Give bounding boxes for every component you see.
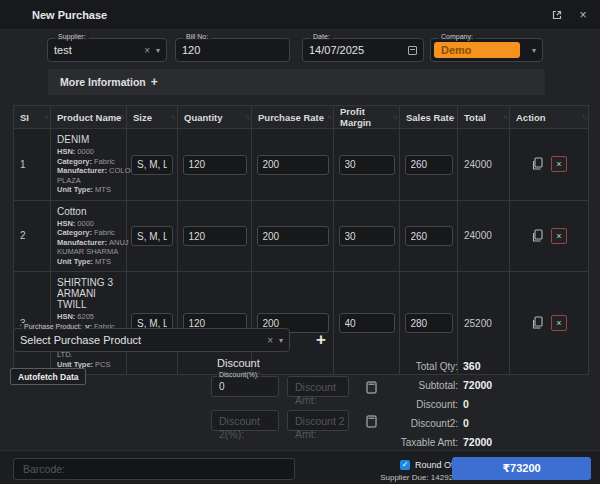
col-header-sales-rate[interactable]: Sales Rate↑↓ <box>400 106 458 129</box>
product-name: Cotton <box>57 206 122 217</box>
sort-icon: ↑↓ <box>451 114 455 120</box>
company-select[interactable]: Company: Demo ▾ <box>430 38 543 62</box>
col-header-si[interactable]: SI↑↓ <box>14 106 51 129</box>
bill-no-value: 120 <box>182 44 200 56</box>
close-icon[interactable]: × <box>576 8 590 22</box>
copy-icon[interactable] <box>531 157 544 171</box>
supplier-value: test <box>54 44 72 56</box>
size-input[interactable] <box>131 226 173 246</box>
row-total: 24000 <box>458 129 510 201</box>
product-hsn: HSN:0000 <box>57 147 122 157</box>
supplier-label: Supplier: <box>55 33 89 40</box>
product-hsn: HSN:6205 <box>57 312 122 322</box>
calendar-icon[interactable] <box>408 46 417 55</box>
delete-row-button[interactable]: × <box>551 315 567 331</box>
product-manufacturer: Manufacturer:ANUJ KUMAR SHARMA <box>57 238 122 257</box>
table-row: 1 DENIM HSN:0000 Category:Fabric Manufac… <box>14 129 589 201</box>
product-name: DENIM <box>57 134 122 145</box>
more-information-toggle[interactable]: More Information + <box>48 69 545 95</box>
discount-heading: Discount <box>217 357 260 369</box>
sort-icon: ↑↓ <box>171 114 175 120</box>
supplier-due-text: Supplier Due: 1429200 <box>376 473 462 482</box>
delete-row-button[interactable]: × <box>551 156 567 172</box>
calculator-icon[interactable] <box>366 380 378 394</box>
supplier-select[interactable]: Supplier: test × ▾ <box>47 38 167 62</box>
discount-amt-placeholder: Discount Amt: <box>295 381 353 407</box>
sort-icon: ↑↓ <box>503 114 507 120</box>
profit-margin-input[interactable] <box>339 313 395 333</box>
supplier-caret-icon[interactable]: ▾ <box>153 46 160 55</box>
purchase-product-clear-icon[interactable]: × <box>264 335 276 346</box>
purchase-product-label: Purchase Product: <box>21 323 85 330</box>
col-header-quantity[interactable]: Quantity↑↓ <box>178 106 252 129</box>
summary-total-qty: Total Qty:360 <box>380 360 505 372</box>
company-caret-icon[interactable]: ▾ <box>529 46 536 55</box>
col-header-total[interactable]: Total↑↓ <box>458 106 510 129</box>
add-product-button[interactable]: + <box>310 330 332 350</box>
purchase-rate-input[interactable] <box>257 226 329 246</box>
quantity-input[interactable] <box>183 226 247 246</box>
round-off-toggle[interactable]: ✓ Round Off <box>400 460 456 470</box>
size-input[interactable] <box>131 155 173 175</box>
sales-rate-input[interactable] <box>405 155 453 175</box>
col-header-action[interactable]: Action↑↓ <box>510 106 589 129</box>
discount2-pct-input[interactable]: Discount 2(%): <box>211 410 279 431</box>
col-header-purchase-rate[interactable]: Purchase Rate↑↓ <box>252 106 334 129</box>
product-info: DENIM HSN:0000 Category:Fabric Manufactu… <box>51 129 127 201</box>
date-label: Date: <box>310 33 333 40</box>
delete-row-button[interactable]: × <box>551 228 567 244</box>
company-value-pill: Demo <box>434 42 520 58</box>
col-header-size[interactable]: Size↑↓ <box>127 106 178 129</box>
footer-bar: ✓ Round Off Supplier Due: 1429200 ₹73200 <box>0 450 600 484</box>
bill-no-label: Bill No: <box>183 33 211 40</box>
product-category: Category:Fabric <box>57 157 122 167</box>
bill-no-field[interactable]: Bill No: 120 <box>175 38 290 62</box>
discount-pct-input[interactable]: Discount(%): 0 <box>211 376 279 397</box>
sort-icon: ↑↓ <box>393 114 397 120</box>
row-total: 24000 <box>458 200 510 272</box>
summary-taxable-amt: Taxable Amt:72000 <box>380 436 505 448</box>
supplier-clear-icon[interactable]: × <box>141 45 153 56</box>
copy-icon[interactable] <box>531 316 544 330</box>
summary-discount2: Discount2:0 <box>380 417 505 429</box>
sort-icon: ↑↓ <box>245 114 249 120</box>
profit-margin-input[interactable] <box>339 155 395 175</box>
sales-rate-input[interactable] <box>405 313 453 333</box>
date-value: 14/07/2025 <box>309 44 364 56</box>
sales-rate-input[interactable] <box>405 226 453 246</box>
dialog-title: New Purchase <box>32 9 107 21</box>
expand-icon[interactable] <box>550 8 564 22</box>
discount-pct-value: 0 <box>219 381 225 392</box>
profit-margin-input[interactable] <box>339 226 395 246</box>
barcode-input[interactable] <box>13 458 295 480</box>
row-si: 1 <box>14 129 51 201</box>
discount-amt-input[interactable]: Discount Amt: <box>287 376 349 397</box>
sort-icon: ↑↓ <box>327 114 331 120</box>
product-manufacturer: Manufacturer:COLOUR PLAZA <box>57 166 122 185</box>
purchase-product-caret-icon[interactable]: ▾ <box>276 336 283 345</box>
discount2-amt-input[interactable]: Discount 2 Amt: <box>287 410 349 431</box>
product-hsn: HSN:0000 <box>57 219 122 229</box>
more-information-label: More Information <box>60 76 146 88</box>
table-row: 2 Cotton HSN:0000 Category:Fabric Manufa… <box>14 200 589 272</box>
col-header-product-name[interactable]: Product Name↑↓ <box>51 106 127 129</box>
purchase-product-placeholder: Select Purchase Product <box>20 334 141 346</box>
grand-total-button[interactable]: ₹73200 <box>452 457 591 480</box>
plus-icon: + <box>151 75 158 89</box>
purchase-rate-input[interactable] <box>257 155 329 175</box>
product-unit-type: Unit Type:MTS <box>57 185 122 195</box>
copy-icon[interactable] <box>531 229 544 243</box>
new-purchase-dialog: New Purchase × Supplier: test × ▾ Bill N… <box>0 0 600 484</box>
autofetch-data-button[interactable]: Autofetch Data <box>10 368 86 385</box>
date-field[interactable]: Date: 14/07/2025 <box>302 38 424 62</box>
product-name: SHIRTING 3 ARMANI TWILL <box>57 277 122 310</box>
round-off-label: Round Off <box>415 460 456 470</box>
quantity-input[interactable] <box>183 155 247 175</box>
summary-subtotal: Subtotal:72000 <box>380 379 505 391</box>
sort-icon: ↑↓ <box>44 114 48 120</box>
discount2-pct-placeholder: Discount 2(%): <box>219 415 277 441</box>
calculator-icon[interactable] <box>366 414 378 428</box>
purchase-product-select[interactable]: Purchase Product: Select Purchase Produc… <box>13 328 290 352</box>
round-off-checkbox[interactable]: ✓ <box>400 460 410 470</box>
col-header-profit-margin[interactable]: Profit Margin↑↓ <box>334 106 400 129</box>
